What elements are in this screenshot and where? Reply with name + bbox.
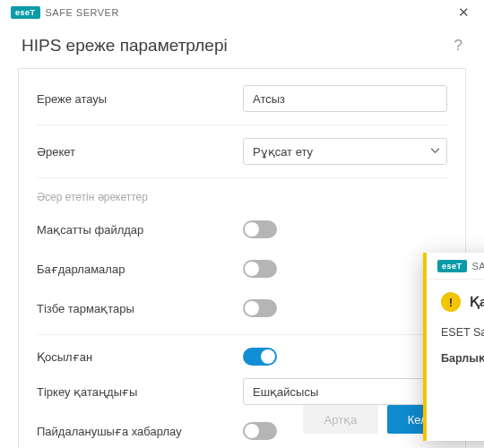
dialog-header: HIPS ереже параметрлері ? <box>0 25 484 63</box>
label-severity: Тіркеу қатаңдығы <box>37 385 243 399</box>
help-icon[interactable]: ? <box>454 37 462 55</box>
popup-title: Қайта іс <box>470 294 484 310</box>
section-operations-title: Әсер ететін әрекеттер <box>37 177 447 203</box>
brand-logo: eseT <box>437 260 467 272</box>
popup-body: ! Қайта іс ESET Safe қосыңыз. Барлық үші… <box>427 280 484 389</box>
label-registry: Тізбе тармақтары <box>37 302 243 315</box>
label-rule-name: Ереже атауы <box>37 92 243 106</box>
popup-product-name: SAFE SER <box>472 261 484 271</box>
page-title: HIPS ереже параметрлері <box>22 36 228 56</box>
brand-logo: eseT <box>11 6 40 19</box>
row-applications: Бағдарламалар <box>37 255 447 282</box>
row-enabled: Қосылған <box>37 334 447 366</box>
label-action: Әрекет <box>37 145 243 159</box>
back-button: Артқа <box>303 405 378 434</box>
toggle-enabled[interactable] <box>243 348 277 366</box>
close-icon[interactable]: ✕ <box>453 3 475 22</box>
row-target-files: Мақсатты файлдар <box>37 216 447 243</box>
severity-select[interactable] <box>243 378 447 405</box>
toggle-notify[interactable] <box>243 422 277 440</box>
label-notify: Пайдаланушыға хабарлау <box>37 425 243 438</box>
severity-select-value[interactable] <box>243 378 447 405</box>
action-select[interactable] <box>243 138 447 165</box>
toggle-applications[interactable] <box>243 260 277 278</box>
warning-icon: ! <box>441 292 461 312</box>
popup-header: ! Қайта іс <box>441 292 484 312</box>
settings-panel: Ереже атауы Әрекет Әсер ететін әрекеттер… <box>18 68 466 448</box>
row-severity: Тіркеу қатаңдығы <box>37 378 447 405</box>
rule-name-input[interactable] <box>243 85 447 112</box>
product-name: SAFE SERVER <box>46 7 453 18</box>
row-registry: Тізбе тармақтары <box>37 295 447 322</box>
label-target-files: Мақсатты файлдар <box>37 223 243 237</box>
row-rule-name: Ереже атауы <box>37 85 447 112</box>
toggle-target-files[interactable] <box>243 220 277 238</box>
toggle-registry[interactable] <box>243 299 277 317</box>
row-action: Әрекет <box>37 125 447 165</box>
label-applications: Бағдарламалар <box>37 263 243 276</box>
titlebar: eseT SAFE SERVER ✕ <box>0 0 484 25</box>
popup-text-1: ESET Safe қосыңыз. <box>441 324 484 341</box>
popup-titlebar: eseT SAFE SER <box>427 253 484 280</box>
label-enabled: Қосылған <box>37 350 243 364</box>
popup-text-2: Барлық үшін ком <box>441 350 484 367</box>
restart-popup: eseT SAFE SER ! Қайта іс ESET Safe қосың… <box>423 253 484 441</box>
action-select-value[interactable] <box>243 138 447 165</box>
